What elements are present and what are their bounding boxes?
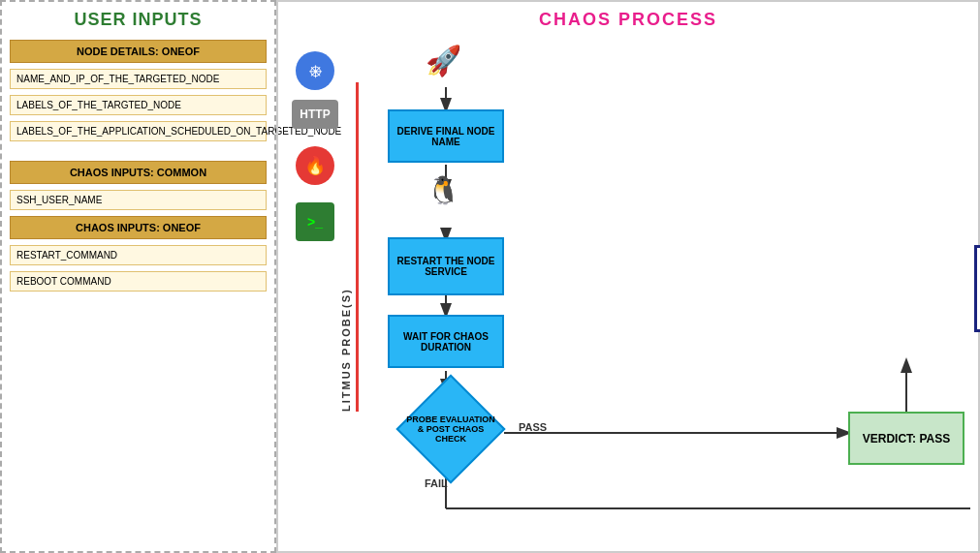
node-details-header: NODE DETAILS: ONEOF (10, 40, 267, 63)
left-panel-title: USER INPUTS (10, 10, 267, 30)
right-panel-title: CHAOS PROCESS (286, 10, 970, 30)
experiment-state-box: EXPERIMENT STATE (C.RESULT) (974, 245, 980, 332)
fire-icon: 🔥 (296, 146, 334, 185)
wait-chaos-box: WAIT FOR CHAOS DURATION (388, 315, 504, 368)
diagram-area: ⎈ HTTP 🔥 >_ LITMUS PROBE(S) 🚀 DERIVE FIN… (286, 34, 970, 543)
verdict-pass-box: VERDICT: PASS (848, 412, 964, 465)
linux-icon: 🐧 (427, 174, 460, 206)
chaos-oneof-header: CHAOS INPUTS: ONEOF (10, 216, 267, 239)
http-icon: HTTP (292, 100, 338, 129)
node-item-3: LABELS_OF_THE_APPLICATION_SCHEDULED_ON_T… (10, 121, 267, 141)
derive-final-node-box: DERIVE FINAL NODE NAME (388, 109, 504, 163)
left-panel: USER INPUTS NODE DETAILS: ONEOF NAME_AND… (0, 0, 276, 553)
restart-node-box: RESTART THE NODE SERVICE (388, 237, 504, 295)
rocket-icon: 🚀 (426, 44, 461, 77)
terminal-icon: >_ (296, 202, 334, 241)
node-item-2: LABELS_OF_THE_TARGTED_NODE (10, 95, 267, 115)
icon-column: ⎈ HTTP 🔥 >_ (292, 51, 338, 241)
pass-label: PASS (519, 421, 547, 433)
kubernetes-icon: ⎈ (296, 51, 334, 90)
chaos-oneof-item-1: RESTART_COMMAND (10, 245, 267, 265)
right-panel: CHAOS PROCESS (276, 0, 980, 553)
node-item-1: NAME_AND_IP_OF_THE_TARGETED_NODE (10, 69, 267, 89)
litmus-probe-label: LITMUS PROBE(S) (340, 82, 359, 412)
chaos-oneof-item-2: REBOOT COMMAND (10, 271, 267, 292)
fail-label: FAIL (425, 477, 448, 489)
chaos-common-item-1: SSH_USER_NAME (10, 190, 267, 210)
chaos-common-header: CHAOS INPUTS: COMMON (10, 161, 267, 184)
